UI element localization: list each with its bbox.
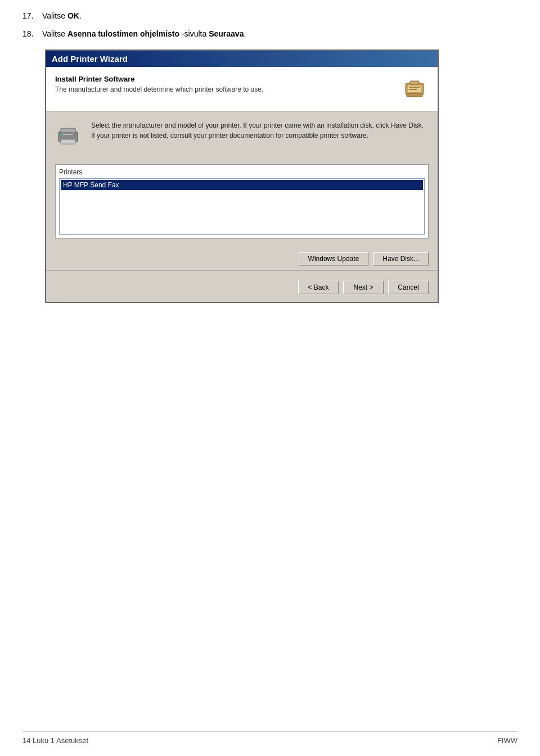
footer-left: 14 Luku 1 Asetukset bbox=[22, 736, 88, 745]
step-18-text-mid: -sivulta bbox=[179, 29, 209, 38]
step-17-text-bold: OK bbox=[68, 11, 79, 20]
next-button[interactable]: Next > bbox=[343, 281, 384, 294]
step-18-text-bold1: Asenna tulostimen ohjelmisto bbox=[68, 29, 179, 38]
add-printer-wizard-dialog: Add Printer Wizard Install Printer Softw… bbox=[45, 50, 439, 303]
footer-right: FIWW bbox=[497, 736, 518, 745]
svg-rect-5 bbox=[407, 93, 422, 97]
svg-rect-9 bbox=[60, 134, 62, 136]
page-content: 17. Valitse OK. 18. Valitse Asenna tulos… bbox=[0, 0, 540, 326]
step-18: 18. Valitse Asenna tulostimen ohjelmisto… bbox=[22, 29, 518, 38]
update-row: Windows Update Have Disk... bbox=[46, 248, 438, 270]
svg-rect-10 bbox=[63, 134, 73, 135]
step-18-number: 18. bbox=[22, 29, 33, 38]
step-18-text-pre: Valitse bbox=[42, 29, 68, 38]
printers-list[interactable]: HP MFP Send Fax bbox=[59, 178, 425, 235]
step-18-text-bold2: Seuraava bbox=[209, 29, 244, 38]
have-disk-button[interactable]: Have Disk... bbox=[373, 252, 429, 266]
printer-item-hp-mfp[interactable]: HP MFP Send Fax bbox=[61, 180, 423, 190]
wizard-header-title: Install Printer Software bbox=[55, 75, 400, 83]
wizard-printer-icon bbox=[400, 75, 429, 103]
svg-rect-3 bbox=[409, 89, 417, 90]
step-17-text-post: . bbox=[79, 11, 82, 20]
dialog-body: Install Printer Software The manufacture… bbox=[46, 67, 438, 302]
wizard-header: Install Printer Software The manufacture… bbox=[46, 67, 438, 111]
svg-rect-2 bbox=[409, 87, 420, 88]
svg-rect-7 bbox=[61, 128, 75, 133]
dialog-divider bbox=[46, 270, 438, 271]
step-18-text-post: . bbox=[244, 29, 246, 38]
printer-icon-svg bbox=[401, 75, 428, 102]
button-row: < Back Next > Cancel bbox=[46, 275, 438, 302]
wizard-main: Select the manufacturer and model of you… bbox=[46, 111, 438, 160]
dialog-title: Add Printer Wizard bbox=[52, 54, 432, 64]
back-button[interactable]: < Back bbox=[298, 281, 339, 294]
windows-update-button[interactable]: Windows Update bbox=[299, 252, 369, 266]
step-17: 17. Valitse OK. bbox=[22, 11, 518, 20]
side-printer-svg bbox=[55, 123, 81, 148]
cancel-button[interactable]: Cancel bbox=[388, 281, 429, 294]
wizard-header-subtitle: The manufacturer and model determine whi… bbox=[55, 86, 400, 93]
wizard-side-printer-icon bbox=[55, 123, 83, 151]
dialog-titlebar: Add Printer Wizard bbox=[46, 51, 438, 67]
page-footer: 14 Luku 1 Asetukset FIWW bbox=[22, 731, 518, 745]
step-17-text-pre: Valitse bbox=[42, 11, 68, 20]
wizard-description: Select the manufacturer and model of you… bbox=[91, 120, 429, 141]
step-17-number: 17. bbox=[22, 11, 33, 20]
wizard-header-text: Install Printer Software The manufacture… bbox=[55, 75, 400, 93]
svg-rect-8 bbox=[61, 140, 75, 144]
printers-label: Printers bbox=[59, 168, 425, 176]
printers-section: Printers HP MFP Send Fax bbox=[55, 164, 429, 238]
svg-rect-4 bbox=[410, 81, 419, 84]
